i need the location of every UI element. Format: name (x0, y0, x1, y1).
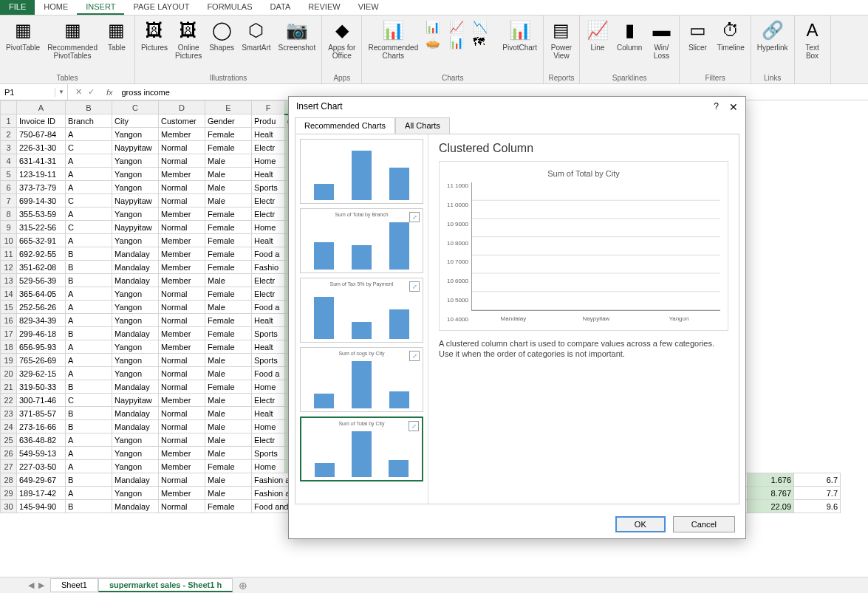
header-cell[interactable]: City (112, 114, 159, 128)
cell[interactable]: Member (159, 394, 205, 407)
cell[interactable]: 22.09 (748, 500, 794, 513)
cell[interactable]: Female (205, 208, 252, 221)
cell[interactable]: Normal (159, 407, 205, 420)
cell[interactable]: 145-94-90 (17, 500, 66, 513)
cell[interactable]: Normal (159, 181, 205, 194)
cell[interactable]: 252-56-26 (17, 301, 66, 314)
row-header[interactable]: 11 (1, 247, 17, 261)
cell[interactable]: Male (205, 407, 252, 420)
chart-thumb[interactable]: ⤢Sum of Total by Branch (300, 208, 423, 273)
cell[interactable]: Male (205, 367, 252, 380)
header-cell[interactable]: Produ (252, 114, 285, 128)
row-header[interactable]: 8 (1, 208, 17, 221)
cell[interactable]: Yangon (112, 208, 159, 221)
cell[interactable]: Male (205, 194, 252, 208)
row-header[interactable]: 24 (1, 420, 17, 433)
cell[interactable]: Healt (252, 234, 285, 247)
header-cell[interactable]: Customer (159, 114, 205, 128)
cell[interactable]: Female (205, 261, 252, 274)
cell[interactable]: Yangon (112, 340, 159, 354)
row-header[interactable]: 25 (1, 433, 17, 447)
cell[interactable]: Healt (252, 340, 285, 354)
cell[interactable]: Female (205, 500, 252, 513)
cell[interactable]: Male (205, 181, 252, 194)
cell[interactable]: A (66, 314, 112, 327)
cell[interactable]: Naypyitaw (112, 221, 159, 234)
cell[interactable]: Male (205, 168, 252, 181)
cell[interactable]: B (66, 380, 112, 394)
row-header[interactable]: 22 (1, 394, 17, 407)
cell[interactable]: 6.7 (794, 473, 841, 487)
cell[interactable]: Female (205, 234, 252, 247)
expand-icon[interactable]: ⤢ (409, 281, 420, 292)
cell[interactable]: Member (159, 460, 205, 473)
cell[interactable]: Mandalay (112, 500, 159, 513)
row-header[interactable]: 12 (1, 261, 17, 274)
row-header-1[interactable]: 1 (1, 114, 17, 128)
close-icon[interactable]: ✕ (729, 101, 738, 113)
col-header-A[interactable]: A (17, 101, 66, 114)
cell[interactable]: 189-17-42 (17, 487, 66, 500)
cell[interactable]: Yangon (112, 301, 159, 314)
cell[interactable]: 371-85-57 (17, 407, 66, 420)
cell[interactable]: A (66, 181, 112, 194)
chart-type-icon[interactable]: 🥧 (426, 35, 448, 49)
enter-icon[interactable]: ✓ (88, 87, 95, 97)
ribbon-hyperlink[interactable]: 🔗Hyperlink (754, 17, 791, 53)
cell[interactable]: Home (252, 420, 285, 433)
cell[interactable]: Normal (159, 500, 205, 513)
cell[interactable]: Normal (159, 380, 205, 394)
ribbon-slicer[interactable]: ▭Slicer (683, 17, 712, 53)
ribbon-timeline[interactable]: ⏱Timeline (714, 17, 747, 53)
cell[interactable]: Mandalay (112, 327, 159, 340)
cell[interactable]: Home (252, 154, 285, 168)
cell[interactable]: C (66, 221, 112, 234)
expand-icon[interactable]: ⤢ (409, 421, 419, 431)
header-cell[interactable]: Gender (205, 114, 252, 128)
name-box-dropdown[interactable]: ▼ (55, 84, 68, 100)
cell[interactable]: B (66, 473, 112, 487)
cell[interactable]: Yangon (112, 447, 159, 460)
row-header[interactable]: 23 (1, 407, 17, 420)
col-header-F[interactable]: F (252, 101, 285, 114)
add-sheet-icon[interactable]: ⊕ (233, 580, 253, 592)
cell[interactable]: Home (252, 380, 285, 394)
cell[interactable]: Member (159, 168, 205, 181)
cell[interactable]: 656-95-93 (17, 340, 66, 354)
cell[interactable]: Male (205, 433, 252, 447)
cell[interactable]: Yangon (112, 354, 159, 367)
row-header[interactable]: 16 (1, 314, 17, 327)
cell[interactable]: 636-48-82 (17, 433, 66, 447)
cell[interactable]: Yangon (112, 181, 159, 194)
cell[interactable]: Member (159, 234, 205, 247)
cell[interactable]: Yangon (112, 314, 159, 327)
row-header[interactable]: 17 (1, 327, 17, 340)
cell[interactable]: 750-67-84 (17, 128, 66, 141)
row-header[interactable]: 28 (1, 473, 17, 487)
row-header[interactable]: 20 (1, 367, 17, 380)
cell[interactable]: Healt (252, 407, 285, 420)
cell[interactable]: Member (159, 247, 205, 261)
ribbon-power-view[interactable]: ▤PowerView (547, 17, 576, 61)
row-header[interactable]: 3 (1, 141, 17, 154)
cell[interactable]: Home (252, 221, 285, 234)
ribbon-shapes[interactable]: ◯Shapes (206, 17, 237, 53)
ribbon-line[interactable]: 📈Line (583, 17, 612, 53)
cell[interactable]: Fashio (252, 261, 285, 274)
row-header[interactable]: 29 (1, 487, 17, 500)
row-header[interactable]: 6 (1, 181, 17, 194)
cell[interactable]: A (66, 301, 112, 314)
chart-type-icon[interactable]: 📊 (426, 20, 448, 34)
cell[interactable]: A (66, 460, 112, 473)
cell[interactable]: 549-59-13 (17, 447, 66, 460)
row-header[interactable]: 9 (1, 221, 17, 234)
cell[interactable]: Member (159, 261, 205, 274)
cell[interactable]: Normal (159, 420, 205, 433)
ribbon-pivottable[interactable]: ▦PivotTable (3, 17, 43, 53)
ribbon-tab-review[interactable]: REVIEW (299, 0, 349, 15)
cell[interactable]: B (66, 500, 112, 513)
cell[interactable]: Male (205, 301, 252, 314)
cell[interactable]: Normal (159, 221, 205, 234)
row-header[interactable]: 2 (1, 128, 17, 141)
cell[interactable]: Food a (252, 247, 285, 261)
